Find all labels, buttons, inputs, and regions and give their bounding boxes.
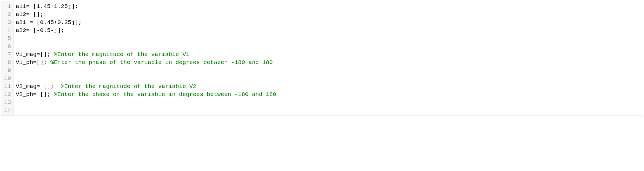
code-text: V2_mag= []; — [16, 83, 61, 90]
code-text: a21 = [0.45+0.25j]; — [16, 19, 82, 26]
code-line[interactable] — [16, 74, 640, 82]
line-number: 4 — [1, 26, 13, 34]
line-number: 3 — [1, 18, 13, 26]
code-line[interactable]: a21 = [0.45+0.25j]; — [16, 18, 640, 26]
code-editor[interactable]: 1234567891011121314 a11= [1.45+1.25j];a1… — [1, 1, 643, 116]
code-line[interactable]: a12= []; — [16, 10, 640, 18]
code-comment: %Enter the phase of the variable in degr… — [54, 91, 277, 98]
code-line[interactable] — [16, 34, 640, 42]
line-number: 14 — [1, 106, 13, 114]
code-area[interactable]: a11= [1.45+1.25j];a12= [];a21 = [0.45+0.… — [14, 1, 643, 116]
code-text: a22= [-0.5-j]; — [16, 27, 64, 34]
line-number: 12 — [1, 90, 13, 98]
code-text: a12= []; — [16, 11, 44, 18]
code-line[interactable]: a22= [-0.5-j]; — [16, 26, 640, 34]
code-line[interactable]: V2_ph= []; %Enter the phase of the varia… — [16, 90, 640, 98]
code-line[interactable] — [16, 106, 640, 114]
code-text: V1_ph=[]; — [16, 59, 50, 66]
line-number: 8 — [1, 58, 13, 66]
code-text: a11= [1.45+1.25j]; — [16, 3, 78, 10]
line-number: 6 — [1, 42, 13, 50]
line-number: 5 — [1, 34, 13, 42]
code-comment: %Enter the magnitude of the variable V1 — [54, 51, 189, 58]
code-text: V2_ph= []; — [16, 91, 54, 98]
line-number-gutter: 1234567891011121314 — [1, 1, 14, 116]
code-text: V1_mag=[]; — [16, 51, 54, 58]
line-number: 9 — [1, 66, 13, 74]
code-line[interactable]: V1_mag=[]; %Enter the magnitude of the v… — [16, 50, 640, 58]
code-line[interactable] — [16, 42, 640, 50]
line-number: 11 — [1, 82, 13, 90]
code-line[interactable] — [16, 66, 640, 74]
code-line[interactable] — [16, 98, 640, 106]
line-number: 13 — [1, 98, 13, 106]
line-number: 7 — [1, 50, 13, 58]
code-comment: %Enter the magnitude of the variable V2 — [61, 83, 196, 90]
code-comment: %Enter the phase of the variable in degr… — [50, 59, 273, 66]
line-number: 1 — [1, 2, 13, 10]
line-number: 2 — [1, 10, 13, 18]
code-line[interactable]: V1_ph=[]; %Enter the phase of the variab… — [16, 58, 640, 66]
code-line[interactable]: a11= [1.45+1.25j]; — [16, 2, 640, 10]
line-number: 10 — [1, 74, 13, 82]
code-line[interactable]: V2_mag= []; %Enter the magnitude of the … — [16, 82, 640, 90]
